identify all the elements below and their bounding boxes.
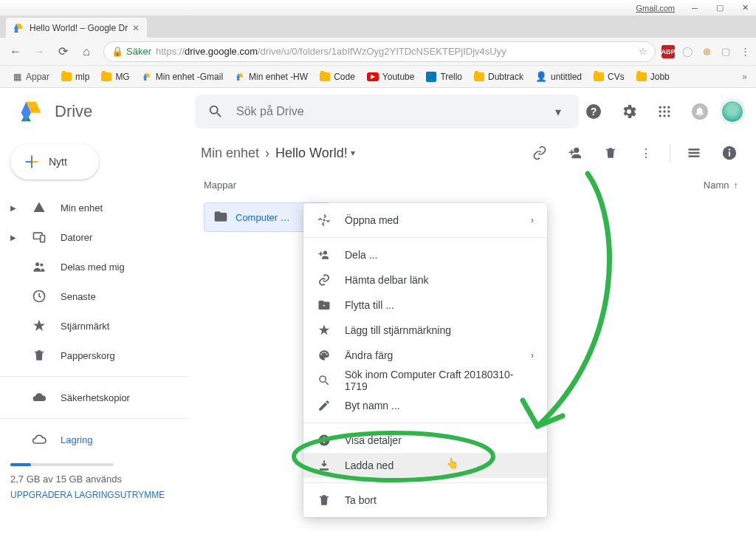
browser-tab[interactable]: Hello World! – Google Dr ✕ [6,18,147,38]
svg-point-7 [667,110,670,112]
sidebar-item-backups[interactable]: Säkerhetskopior [0,383,189,412]
bookmark-jobb[interactable]: Jobb [632,69,674,84]
delete-icon[interactable] [596,138,625,168]
bookmark-cvs[interactable]: CVs [589,69,629,84]
tab-close-icon[interactable]: ✕ [132,23,140,33]
extension-icon[interactable]: ▢ [719,45,732,58]
window-minimize[interactable]: ─ [687,1,703,15]
star-icon[interactable]: ☆ [639,46,647,57]
svg-rect-31 [323,440,325,443]
sidebar: Nytt ▶ Min enhet ▶ Datorer Delas med mig… [0,135,189,557]
apps-grid-icon[interactable] [650,97,679,126]
ctx-details[interactable]: Visa detaljer [303,428,547,453]
bookmarks-bar: ▦ Appar mlp MG Min enhet -Gmail Min enhe… [0,66,756,88]
sort-control[interactable]: Namn ↑ [704,180,738,191]
bookmark-drive-hw[interactable]: Min enhet -HW [230,69,312,84]
tab-title: Hello World! – Google Dr [30,23,128,33]
chrome-menu-icon[interactable]: ⋮ [738,45,752,58]
breadcrumb: Min enhet › Hello World! ▾ [201,146,355,161]
address-bar[interactable]: 🔒 Säker https://drive.google.com/drive/u… [103,41,656,62]
settings-icon[interactable] [614,97,644,126]
ctx-rename[interactable]: Byt namn ... [303,393,547,418]
arrow-up-icon: ↑ [734,180,739,191]
drive-header: Drive ▾ ? [0,88,756,135]
sidebar-item-computers[interactable]: ▶ Datorer [0,222,189,252]
sidebar-item-recent[interactable]: Senaste [0,281,189,311]
trello-icon [426,72,436,82]
add-person-icon[interactable] [560,138,590,168]
chevron-right-icon: › [531,350,534,360]
new-tab-button[interactable] [150,20,168,35]
ctx-download[interactable]: Ladda ned 👆 [303,453,547,478]
drive-icon [12,21,25,35]
upgrade-storage-link[interactable]: UPPGRADERA LAGRINGSUTRYMME [10,489,179,502]
trash-icon [317,493,331,508]
help-icon[interactable]: ? [579,97,608,126]
extension-icon[interactable]: ⊛ [700,45,713,58]
bookmark-youtube[interactable]: ▶Youtube [362,69,419,84]
trash-icon [31,347,47,363]
list-view-icon[interactable] [679,138,709,168]
expand-icon[interactable]: ▶ [10,233,18,242]
breadcrumb-current[interactable]: Hello World! ▾ [275,146,355,161]
bookmark-trello[interactable]: Trello [422,69,467,84]
home-button[interactable]: ⌂ [75,41,97,63]
ctx-delete[interactable]: Ta bort [303,488,547,513]
svg-point-4 [667,106,670,109]
sidebar-item-storage[interactable]: Lagring [0,425,189,454]
reload-button[interactable]: ⟳ [52,41,74,63]
more-icon[interactable]: ⋮ [631,138,661,168]
ctx-search-in[interactable]: Sök inom Computer Craft 20180310-1719 [303,368,547,393]
svg-rect-33 [320,469,329,471]
ctx-color[interactable]: Ändra färg › [303,343,547,368]
download-icon [317,458,331,473]
folder-icon [61,72,72,81]
search-dropdown-icon[interactable]: ▾ [543,97,573,126]
folder-icon [213,209,228,226]
window-maximize[interactable]: ▢ [712,1,728,15]
back-button[interactable]: ← [4,41,27,63]
avatar[interactable] [721,100,744,123]
sidebar-item-mydrive[interactable]: ▶ Min enhet [0,193,189,222]
share-link-icon[interactable] [525,138,554,168]
sidebar-item-shared[interactable]: Delas med mig [0,252,189,281]
info-icon[interactable] [715,138,744,168]
search-icon[interactable] [201,97,230,126]
new-button[interactable]: Nytt [10,144,99,180]
adblock-icon[interactable]: ABP [662,45,675,58]
sidebar-item-trash[interactable]: Papperskorg [0,341,189,370]
extension-icon[interactable]: ◯ [681,45,694,58]
bookmarks-overflow[interactable]: » [739,72,750,82]
bookmarks-apps[interactable]: ▦ Appar [6,69,54,85]
search-box[interactable]: ▾ [195,95,579,129]
context-menu: Öppna med › Dela ... Hämta delbar länk F… [303,203,547,517]
forward-button[interactable]: → [28,41,50,63]
svg-point-17 [574,148,579,153]
gmail-link[interactable]: Gmail.com [636,4,675,13]
ctx-move-to[interactable]: Flytta till ... [303,293,547,318]
drive-logo[interactable]: Drive [16,97,195,126]
svg-point-28 [325,352,326,353]
window-close[interactable]: ✕ [737,1,753,15]
bookmark-mlp[interactable]: mlp [57,69,94,84]
bookmark-drive-gmail[interactable]: Min enhet -Gmail [137,69,227,84]
window-titlebar: Gmail.com ─ ▢ ✕ [0,0,756,16]
expand-icon[interactable]: ▶ [10,204,18,212]
svg-point-24 [323,219,326,222]
search-input[interactable] [230,105,543,118]
bookmark-mg[interactable]: MG [97,69,134,84]
bookmark-code[interactable]: Code [315,69,360,84]
ctx-share[interactable]: Dela ... [303,242,547,267]
svg-point-8 [659,115,662,117]
chevron-right-icon: › [265,146,269,161]
ctx-star[interactable]: Lägg till stjärnmärkning [303,318,547,343]
bookmark-dubtrack[interactable]: Dubtrack [470,69,528,84]
ctx-get-link[interactable]: Hämta delbar länk [303,267,547,293]
sidebar-item-starred[interactable]: Stjärnmärkt [0,311,189,341]
devices-icon [31,229,47,245]
breadcrumb-root[interactable]: Min enhet [201,146,259,161]
notifications-icon[interactable] [685,97,715,126]
ctx-open-with[interactable]: Öppna med › [303,208,547,233]
bookmark-untitled[interactable]: 👤untittled [531,69,586,85]
drive-icon [142,72,152,82]
